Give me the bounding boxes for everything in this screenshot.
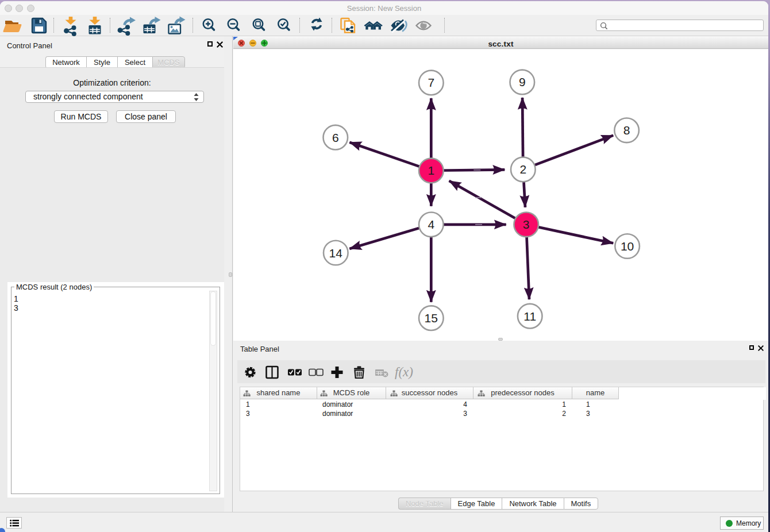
svg-text:15: 15	[425, 311, 438, 325]
svg-text:7: 7	[428, 76, 434, 89]
svg-text:14: 14	[329, 246, 343, 260]
svg-text:11: 11	[523, 310, 536, 323]
svg-text:1: 1	[428, 164, 434, 177]
svg-text:2: 2	[519, 163, 526, 176]
svg-text:4: 4	[428, 218, 434, 231]
svg-text:3: 3	[523, 218, 530, 231]
svg-text:8: 8	[623, 124, 630, 137]
svg-text:6: 6	[332, 131, 339, 144]
svg-text:10: 10	[621, 240, 634, 253]
svg-text:9: 9	[519, 75, 526, 88]
svg-text:f(x): f(x)	[395, 365, 413, 379]
